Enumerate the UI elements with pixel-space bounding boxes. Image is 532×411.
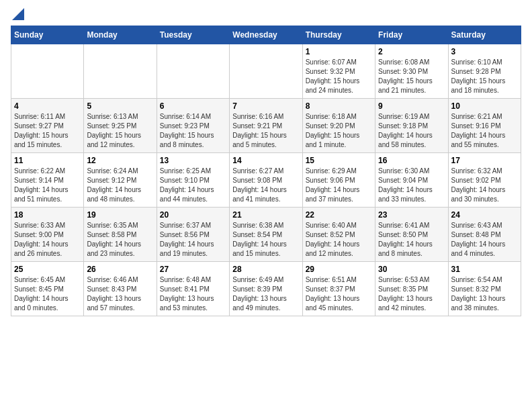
calendar-cell: 18Sunrise: 6:33 AMSunset: 9:00 PMDayligh… <box>11 208 84 262</box>
day-number: 23 <box>378 210 445 220</box>
day-info: Sunrise: 6:08 AMSunset: 9:30 PMDaylight:… <box>378 58 445 95</box>
calendar-cell: 2Sunrise: 6:08 AMSunset: 9:30 PMDaylight… <box>375 44 448 99</box>
day-number: 1 <box>306 47 372 56</box>
day-number: 29 <box>306 265 372 274</box>
day-header-friday: Friday <box>375 26 448 44</box>
day-info: Sunrise: 6:53 AMSunset: 8:35 PMDaylight:… <box>378 275 445 313</box>
day-info: Sunrise: 6:43 AMSunset: 8:48 PMDaylight:… <box>451 221 518 259</box>
calendar-cell: 19Sunrise: 6:35 AMSunset: 8:58 PMDayligh… <box>84 208 157 262</box>
day-info: Sunrise: 6:30 AMSunset: 9:04 PMDaylight:… <box>378 167 445 204</box>
calendar-cell: 7Sunrise: 6:16 AMSunset: 9:21 PMDaylight… <box>230 99 302 153</box>
day-number: 21 <box>232 210 299 220</box>
calendar-cell: 17Sunrise: 6:32 AMSunset: 9:02 PMDayligh… <box>448 153 521 208</box>
day-number: 24 <box>451 210 518 220</box>
day-info: Sunrise: 6:14 AMSunset: 9:23 PMDaylight:… <box>160 112 226 150</box>
day-number: 2 <box>378 47 445 56</box>
header <box>11 11 521 17</box>
calendar-cell <box>230 44 302 99</box>
day-number: 25 <box>14 265 81 274</box>
day-info: Sunrise: 6:37 AMSunset: 8:56 PMDaylight:… <box>160 221 226 259</box>
day-info: Sunrise: 6:29 AMSunset: 9:06 PMDaylight:… <box>306 167 372 204</box>
calendar-cell: 20Sunrise: 6:37 AMSunset: 8:56 PMDayligh… <box>157 208 229 262</box>
day-number: 5 <box>87 101 153 111</box>
day-info: Sunrise: 6:48 AMSunset: 8:41 PMDaylight:… <box>160 275 226 313</box>
day-info: Sunrise: 6:49 AMSunset: 8:39 PMDaylight:… <box>232 275 299 313</box>
day-info: Sunrise: 6:54 AMSunset: 8:32 PMDaylight:… <box>451 275 518 313</box>
day-info: Sunrise: 6:32 AMSunset: 9:02 PMDaylight:… <box>451 167 518 204</box>
calendar-week-2: 4Sunrise: 6:11 AMSunset: 9:27 PMDaylight… <box>11 99 521 153</box>
calendar-cell: 27Sunrise: 6:48 AMSunset: 8:41 PMDayligh… <box>157 262 229 316</box>
day-number: 11 <box>14 156 81 165</box>
calendar-cell: 23Sunrise: 6:41 AMSunset: 8:50 PMDayligh… <box>375 208 448 262</box>
day-number: 10 <box>451 101 518 111</box>
day-number: 4 <box>14 101 81 111</box>
calendar-cell: 3Sunrise: 6:10 AMSunset: 9:28 PMDaylight… <box>448 44 521 99</box>
calendar-week-1: 1Sunrise: 6:07 AMSunset: 9:32 PMDaylight… <box>11 44 521 99</box>
calendar-cell: 29Sunrise: 6:51 AMSunset: 8:37 PMDayligh… <box>302 262 375 316</box>
calendar-cell: 12Sunrise: 6:24 AMSunset: 9:12 PMDayligh… <box>84 153 157 208</box>
day-number: 27 <box>160 265 226 274</box>
calendar-cell: 24Sunrise: 6:43 AMSunset: 8:48 PMDayligh… <box>448 208 521 262</box>
day-info: Sunrise: 6:24 AMSunset: 9:12 PMDaylight:… <box>87 167 153 204</box>
calendar-cell <box>11 44 84 99</box>
calendar-cell: 11Sunrise: 6:22 AMSunset: 9:14 PMDayligh… <box>11 153 84 208</box>
day-number: 18 <box>14 210 81 220</box>
calendar-cell <box>157 44 229 99</box>
day-number: 9 <box>378 101 445 111</box>
calendar-cell: 4Sunrise: 6:11 AMSunset: 9:27 PMDaylight… <box>11 99 84 153</box>
calendar-week-5: 25Sunrise: 6:45 AMSunset: 8:45 PMDayligh… <box>11 262 521 316</box>
calendar-cell: 25Sunrise: 6:45 AMSunset: 8:45 PMDayligh… <box>11 262 84 316</box>
calendar-cell: 14Sunrise: 6:27 AMSunset: 9:08 PMDayligh… <box>230 153 302 208</box>
day-header-saturday: Saturday <box>448 26 521 44</box>
day-info: Sunrise: 6:27 AMSunset: 9:08 PMDaylight:… <box>232 167 299 204</box>
calendar-cell: 15Sunrise: 6:29 AMSunset: 9:06 PMDayligh… <box>302 153 375 208</box>
day-number: 30 <box>378 265 445 274</box>
calendar-cell: 6Sunrise: 6:14 AMSunset: 9:23 PMDaylight… <box>157 99 229 153</box>
day-number: 31 <box>451 265 518 274</box>
day-number: 13 <box>160 156 226 165</box>
calendar: SundayMondayTuesdayWednesdayThursdayFrid… <box>11 26 521 316</box>
calendar-week-4: 18Sunrise: 6:33 AMSunset: 9:00 PMDayligh… <box>11 208 521 262</box>
logo-triangle-icon <box>12 8 24 20</box>
day-number: 22 <box>306 210 372 220</box>
day-info: Sunrise: 6:13 AMSunset: 9:25 PMDaylight:… <box>87 112 153 150</box>
calendar-cell: 22Sunrise: 6:40 AMSunset: 8:52 PMDayligh… <box>302 208 375 262</box>
svg-marker-0 <box>12 8 24 20</box>
calendar-cell <box>84 44 157 99</box>
day-info: Sunrise: 6:46 AMSunset: 8:43 PMDaylight:… <box>87 275 153 313</box>
logo <box>11 11 24 17</box>
calendar-cell: 21Sunrise: 6:38 AMSunset: 8:54 PMDayligh… <box>230 208 302 262</box>
day-number: 19 <box>87 210 153 220</box>
day-info: Sunrise: 6:45 AMSunset: 8:45 PMDaylight:… <box>14 275 81 313</box>
day-info: Sunrise: 6:51 AMSunset: 8:37 PMDaylight:… <box>306 275 372 313</box>
day-info: Sunrise: 6:11 AMSunset: 9:27 PMDaylight:… <box>14 112 81 150</box>
day-number: 17 <box>451 156 518 165</box>
day-header-tuesday: Tuesday <box>157 26 229 44</box>
day-number: 12 <box>87 156 153 165</box>
day-info: Sunrise: 6:21 AMSunset: 9:16 PMDaylight:… <box>451 112 518 150</box>
day-info: Sunrise: 6:16 AMSunset: 9:21 PMDaylight:… <box>232 112 299 150</box>
day-info: Sunrise: 6:22 AMSunset: 9:14 PMDaylight:… <box>14 167 81 204</box>
day-number: 28 <box>232 265 299 274</box>
day-info: Sunrise: 6:07 AMSunset: 9:32 PMDaylight:… <box>306 58 372 95</box>
day-number: 16 <box>378 156 445 165</box>
day-info: Sunrise: 6:40 AMSunset: 8:52 PMDaylight:… <box>306 221 372 259</box>
calendar-cell: 31Sunrise: 6:54 AMSunset: 8:32 PMDayligh… <box>448 262 521 316</box>
calendar-cell: 8Sunrise: 6:18 AMSunset: 9:20 PMDaylight… <box>302 99 375 153</box>
calendar-cell: 13Sunrise: 6:25 AMSunset: 9:10 PMDayligh… <box>157 153 229 208</box>
day-info: Sunrise: 6:19 AMSunset: 9:18 PMDaylight:… <box>378 112 445 150</box>
calendar-cell: 30Sunrise: 6:53 AMSunset: 8:35 PMDayligh… <box>375 262 448 316</box>
day-number: 6 <box>160 101 226 111</box>
day-header-sunday: Sunday <box>11 26 84 44</box>
day-number: 20 <box>160 210 226 220</box>
calendar-week-3: 11Sunrise: 6:22 AMSunset: 9:14 PMDayligh… <box>11 153 521 208</box>
calendar-cell: 9Sunrise: 6:19 AMSunset: 9:18 PMDaylight… <box>375 99 448 153</box>
day-info: Sunrise: 6:10 AMSunset: 9:28 PMDaylight:… <box>451 58 518 95</box>
day-number: 7 <box>232 101 299 111</box>
day-info: Sunrise: 6:38 AMSunset: 8:54 PMDaylight:… <box>232 221 299 259</box>
day-header-thursday: Thursday <box>302 26 375 44</box>
day-header-monday: Monday <box>84 26 157 44</box>
day-number: 3 <box>451 47 518 56</box>
calendar-cell: 26Sunrise: 6:46 AMSunset: 8:43 PMDayligh… <box>84 262 157 316</box>
calendar-cell: 28Sunrise: 6:49 AMSunset: 8:39 PMDayligh… <box>230 262 302 316</box>
